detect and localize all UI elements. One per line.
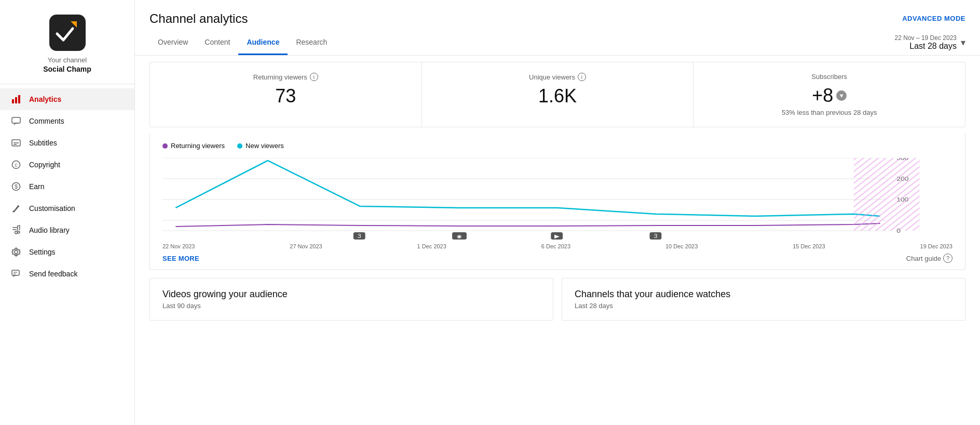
svg-text:$: $ — [15, 183, 18, 190]
see-more-button[interactable]: SEE MORE — [162, 255, 199, 262]
logo-svg — [52, 17, 83, 48]
svg-rect-22 — [12, 270, 19, 275]
svg-rect-15 — [12, 229, 17, 230]
svg-point-20 — [18, 231, 20, 233]
svg-rect-14 — [12, 227, 18, 228]
videos-growing-sub: Last 90 days — [162, 302, 540, 310]
svg-rect-35 — [854, 158, 920, 231]
sidebar-nav: Analytics Comments Subtitles — [0, 84, 134, 425]
returning-legend-label: Returning viewers — [171, 142, 225, 150]
svg-text:c: c — [15, 162, 18, 168]
new-dot — [237, 143, 242, 149]
tab-research[interactable]: Research — [288, 31, 335, 55]
advanced-mode-button[interactable]: ADVANCED MODE — [902, 11, 965, 22]
chart-guide-button[interactable]: Chart guide ? — [906, 254, 952, 263]
svg-rect-17 — [19, 225, 20, 230]
bottom-cards: Videos growing your audience Last 90 day… — [149, 278, 965, 321]
tabs: Overview Content Audience Research — [149, 31, 335, 55]
channels-watches-sub: Last 28 days — [575, 302, 952, 310]
new-legend-label: New viewers — [246, 142, 284, 150]
svg-text:3: 3 — [654, 233, 657, 239]
comments-label: Comments — [29, 117, 64, 125]
x-label-0: 22 Nov 2023 — [162, 243, 195, 249]
main-header: Channel analytics ADVANCED MODE — [135, 0, 980, 26]
chart-legend: Returning viewers New viewers — [162, 142, 952, 150]
tab-audience[interactable]: Audience — [238, 31, 288, 55]
subscribers-label: Subscribers — [706, 73, 952, 81]
date-text: 22 Nov – 19 Dec 2023 Last 28 days — [895, 34, 957, 51]
sidebar-item-analytics[interactable]: Analytics — [0, 88, 134, 110]
x-label-3: 6 Dec 2023 — [541, 243, 570, 249]
bottom-card-channels: Channels that your audience watches Last… — [562, 278, 965, 321]
svg-text:▶: ▶ — [554, 233, 560, 239]
x-label-4: 10 Dec 2023 — [665, 243, 698, 249]
x-label-2: 1 Dec 2023 — [417, 243, 446, 249]
svg-point-19 — [15, 231, 18, 234]
channel-label: Your channel — [48, 56, 87, 64]
sidebar-item-settings[interactable]: Settings — [0, 241, 134, 263]
subtitles-label: Subtitles — [29, 139, 57, 147]
settings-label: Settings — [29, 248, 56, 256]
main-content: Channel analytics ADVANCED MODE Overview… — [135, 0, 980, 425]
svg-rect-3 — [15, 97, 17, 103]
unique-viewers-label: Unique viewers i — [434, 73, 681, 81]
copyright-icon: c — [10, 159, 22, 170]
sidebar-item-send-feedback[interactable]: Send feedback — [0, 263, 134, 285]
legend-returning: Returning viewers — [162, 142, 225, 150]
x-label-6: 19 Dec 2023 — [920, 243, 952, 249]
returning-viewers-value: 73 — [162, 85, 409, 107]
gear-icon — [10, 246, 22, 258]
svg-point-21 — [15, 250, 18, 254]
tab-content[interactable]: Content — [196, 31, 238, 55]
page-title: Channel analytics — [149, 11, 248, 26]
sidebar-item-earn[interactable]: $ Earn — [0, 176, 134, 197]
tabs-row: Overview Content Audience Research 22 No… — [135, 30, 980, 56]
channels-watches-title: Channels that your audience watches — [575, 289, 952, 300]
comment-icon — [10, 115, 22, 127]
sidebar-logo: Your channel Social Champ — [0, 0, 134, 84]
sidebar-item-audio-library[interactable]: Audio library — [0, 219, 134, 241]
svg-rect-2 — [12, 99, 14, 103]
date-label: Last 28 days — [895, 42, 957, 51]
send-feedback-label: Send feedback — [29, 270, 77, 278]
earn-label: Earn — [29, 182, 45, 191]
returning-dot — [162, 143, 168, 149]
sidebar: Your channel Social Champ Analytics — [0, 0, 135, 425]
stat-subscribers: Subscribers +8 ▼ 53% less than previous … — [693, 62, 965, 127]
date-selector[interactable]: 22 Nov – 19 Dec 2023 Last 28 days ▾ — [895, 30, 965, 55]
chevron-down-icon: ▾ — [961, 37, 965, 48]
chart-svg: 300 200 100 0 — [162, 158, 952, 241]
sidebar-item-subtitles[interactable]: Subtitles — [0, 132, 134, 154]
sidebar-item-comments[interactable]: Comments — [0, 110, 134, 132]
unique-viewers-value: 1.6K — [434, 85, 681, 107]
svg-line-18 — [17, 225, 20, 226]
audio-library-label: Audio library — [29, 226, 70, 234]
svg-rect-5 — [12, 117, 20, 123]
copyright-label: Copyright — [29, 161, 60, 169]
customisation-label: Customisation — [29, 204, 75, 212]
brush-icon — [10, 203, 22, 214]
stat-unique-viewers: Unique viewers i 1.6K — [422, 62, 694, 127]
svg-text:◉: ◉ — [457, 234, 462, 239]
x-axis: 22 Nov 2023 27 Nov 2023 1 Dec 2023 6 Dec… — [162, 243, 952, 249]
logo-icon — [49, 15, 86, 51]
chart-guide-label: Chart guide — [906, 255, 941, 262]
returning-viewers-label: Returning viewers i — [162, 73, 409, 81]
dollar-icon: $ — [10, 181, 22, 192]
returning-viewers-info-icon[interactable]: i — [310, 73, 318, 81]
videos-growing-title: Videos growing your audience — [162, 289, 540, 300]
x-label-5: 15 Dec 2023 — [793, 243, 825, 249]
channel-name: Social Champ — [43, 65, 91, 73]
tab-overview[interactable]: Overview — [149, 31, 196, 55]
unique-viewers-info-icon[interactable]: i — [578, 73, 586, 81]
chart-section: Returning viewers New viewers 300 200 10… — [149, 134, 965, 270]
sidebar-item-copyright[interactable]: c Copyright — [0, 154, 134, 176]
subscribers-value: +8 — [812, 85, 833, 107]
subscribers-sub: 53% less than previous 28 days — [706, 109, 952, 116]
analytics-label: Analytics — [29, 95, 61, 103]
svg-rect-4 — [18, 95, 20, 103]
chart-container: 300 200 100 0 — [162, 158, 952, 241]
bottom-card-videos: Videos growing your audience Last 90 day… — [149, 278, 553, 321]
date-range: 22 Nov – 19 Dec 2023 — [895, 34, 957, 42]
sidebar-item-customisation[interactable]: Customisation — [0, 197, 134, 219]
